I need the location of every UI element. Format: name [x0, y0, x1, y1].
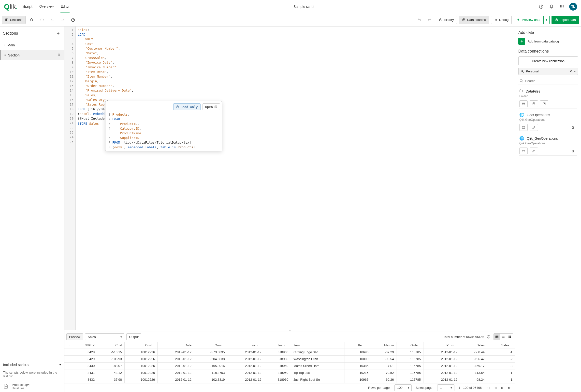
- redo-button[interactable]: [426, 16, 434, 24]
- page-select[interactable]: 1: [437, 385, 454, 391]
- table-row[interactable]: 3428-513.15100122262012-01-12-573.383520…: [64, 349, 515, 356]
- toolbar-help-button[interactable]: [69, 16, 77, 24]
- select-data-button[interactable]: [519, 124, 528, 131]
- column-header[interactable]: Cust…: [124, 342, 157, 349]
- drag-handle-icon[interactable]: ⠿: [4, 53, 6, 57]
- help-icon[interactable]: [538, 4, 544, 9]
- clear-icon[interactable]: ✕: [570, 69, 572, 73]
- preview-data-dropdown[interactable]: ▾: [544, 16, 550, 24]
- output-button[interactable]: Output: [126, 333, 141, 340]
- column-header[interactable]: %KEY: [73, 342, 97, 349]
- included-scripts-description: The scripts below were included in the l…: [0, 371, 64, 381]
- header-title: Script: [22, 4, 32, 9]
- column-header[interactable]: Item …: [344, 342, 371, 349]
- app-header: Qlik. Script Overview Editor Sample scri…: [0, 0, 581, 13]
- code-editor[interactable]: 1234567891011121314151617181920212223242…: [64, 26, 515, 330]
- last-page-button[interactable]: ⏭: [507, 385, 512, 390]
- svg-point-13: [30, 18, 33, 21]
- column-header[interactable]: Invoi…: [264, 342, 291, 349]
- edit-connection-button[interactable]: [530, 124, 538, 131]
- preview-button[interactable]: Preview: [66, 333, 83, 340]
- undo-button[interactable]: [415, 16, 424, 24]
- search-button[interactable]: [28, 16, 36, 24]
- chevron-down-icon[interactable]: ▾: [59, 362, 61, 367]
- add-section-button[interactable]: [55, 30, 61, 36]
- create-connection-button[interactable]: Create new connection: [518, 56, 578, 65]
- prev-page-button[interactable]: ◀: [493, 385, 498, 390]
- sections-toggle-button[interactable]: Sections: [2, 16, 26, 24]
- space-selector[interactable]: Personal ✕ ▾: [518, 68, 578, 75]
- data-table[interactable]: ↑₌%KEYCostCust…DateGros…Invoi…Invoi…Item…: [64, 342, 515, 383]
- svg-point-29: [522, 70, 523, 71]
- table-selector[interactable]: Sales: [85, 333, 124, 340]
- svg-point-32: [533, 103, 535, 104]
- open-connection-button[interactable]: [540, 100, 548, 107]
- debug-button[interactable]: Debug: [491, 16, 512, 24]
- view-table-button[interactable]: [494, 334, 500, 340]
- connection-name: DataFiles: [526, 89, 540, 93]
- outdent-button[interactable]: [48, 16, 56, 24]
- column-header[interactable]: Orde…: [396, 342, 424, 349]
- table-row[interactable]: 3431-43.12100122262012-01-12-118.3703201…: [64, 370, 515, 376]
- logo[interactable]: Qlik.: [4, 2, 18, 11]
- apps-grid-icon[interactable]: [559, 4, 565, 9]
- column-header[interactable]: Date: [158, 342, 194, 349]
- view-grid-button[interactable]: [506, 334, 513, 340]
- column-header[interactable]: Prom…: [423, 342, 460, 349]
- connection-item: 🌐 GeoOperations Qlik GeoOperations: [518, 110, 578, 134]
- table-row[interactable]: 3432-37.98100122262012-01-12-102.3319201…: [64, 376, 515, 383]
- table-row[interactable]: 3430-88.07100122262012-01-12-165.8016201…: [64, 363, 515, 370]
- svg-rect-27: [508, 337, 510, 338]
- readonly-badge: Read only: [173, 103, 200, 110]
- view-list-button[interactable]: [500, 334, 506, 340]
- delete-connection-button[interactable]: [569, 124, 577, 131]
- column-header[interactable]: Cost: [97, 342, 124, 349]
- svg-rect-26: [510, 336, 511, 337]
- tab-overview[interactable]: Overview: [39, 0, 54, 13]
- resize-handle[interactable]: ═: [64, 330, 515, 332]
- open-button[interactable]: Open: [202, 103, 220, 110]
- connection-name: Qlik_GeoOperations: [527, 137, 558, 140]
- edit-connection-button[interactable]: [530, 148, 538, 154]
- comment-button[interactable]: [38, 16, 46, 24]
- table-row[interactable]: 3429-105.93100122262012-01-12-204.663820…: [64, 356, 515, 363]
- section-item[interactable]: ⠿ Main: [0, 40, 64, 50]
- plus-icon: +: [518, 38, 525, 45]
- included-file-item[interactable]: Products.qvs DataFiles: [0, 381, 64, 392]
- svg-rect-6: [562, 6, 562, 7]
- drag-handle-icon[interactable]: ⠿: [4, 44, 5, 47]
- column-header[interactable]: Item …: [291, 342, 344, 349]
- rows-per-page-select[interactable]: 100: [394, 385, 412, 391]
- delete-icon[interactable]: [57, 53, 61, 57]
- column-header[interactable]: Invoi…: [227, 342, 264, 349]
- preview-data-button[interactable]: Preview data: [514, 16, 544, 24]
- tab-editor[interactable]: Editor: [60, 0, 70, 13]
- column-header[interactable]: Sales…: [487, 342, 515, 349]
- chevron-down-icon[interactable]: ▾: [574, 69, 576, 73]
- select-data-button[interactable]: [519, 148, 528, 154]
- connection-search-input[interactable]: [525, 79, 577, 83]
- info-icon[interactable]: [486, 334, 492, 340]
- next-page-button[interactable]: ▶: [500, 385, 504, 390]
- file-icon: [3, 383, 9, 390]
- column-header[interactable]: Sales: [460, 342, 487, 349]
- indent-button[interactable]: [58, 16, 67, 24]
- select-data-button[interactable]: [519, 100, 528, 107]
- folder-icon: [519, 89, 523, 94]
- column-header[interactable]: Margin: [371, 342, 396, 349]
- history-button[interactable]: History: [436, 16, 457, 24]
- section-item[interactable]: ⠿ Section: [0, 50, 64, 60]
- bell-icon[interactable]: [548, 4, 554, 9]
- svg-rect-3: [562, 5, 562, 6]
- sort-icon[interactable]: ↑₌: [67, 344, 70, 347]
- data-sources-button[interactable]: Data sources: [459, 16, 489, 24]
- column-header[interactable]: Gros…: [194, 342, 227, 349]
- export-data-button[interactable]: Export data: [552, 16, 579, 24]
- insert-script-button[interactable]: [530, 100, 538, 107]
- first-page-button[interactable]: ⏮: [486, 385, 491, 390]
- script-name: Sample script: [70, 5, 538, 8]
- avatar[interactable]: TL: [569, 3, 577, 10]
- delete-connection-button[interactable]: [569, 148, 577, 154]
- add-from-catalog-button[interactable]: + Add from data catalog: [518, 38, 578, 45]
- left-panel: Sections ⠿ Main ⠿ Section Included scrip…: [0, 26, 64, 392]
